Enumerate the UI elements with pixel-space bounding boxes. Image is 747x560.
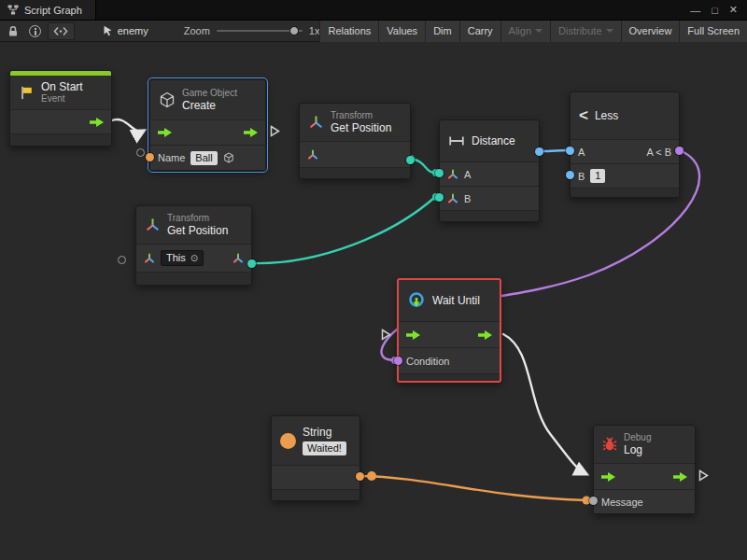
relations-button[interactable]: Relations: [319, 21, 378, 42]
unity-script-graph-window: Script Graph — □ ✕ enemy: [0, 0, 747, 560]
node-title: On Start: [41, 80, 83, 93]
node-wait-until[interactable]: Wait Until Condition: [397, 278, 501, 383]
node-title: Wait Until: [432, 294, 480, 307]
node-header: Game Object Create: [150, 80, 265, 119]
input-a-row: A: [440, 161, 539, 186]
node-footer: [272, 489, 359, 500]
node-title: Distance: [472, 134, 515, 147]
node-on-start[interactable]: On Start Event: [9, 70, 112, 147]
message-input-port[interactable]: [589, 497, 598, 505]
wire-start-to-create[interactable]: [112, 119, 144, 132]
button-label: Values: [387, 25, 417, 36]
game-object-type-icon: [223, 152, 234, 163]
node-footer: [136, 272, 251, 285]
node-footer: [300, 167, 410, 178]
graph-target[interactable]: enemy: [103, 25, 148, 36]
node-distance[interactable]: Distance A B: [439, 119, 540, 222]
name-field[interactable]: Ball: [190, 151, 217, 165]
carry-button[interactable]: Carry: [459, 21, 500, 42]
distance-output-port[interactable]: [535, 147, 543, 156]
wire-getposition-to-distance-b[interactable]: [252, 197, 435, 263]
graph-target-label: enemy: [118, 25, 148, 36]
port-row: [300, 141, 410, 167]
position-output-port[interactable]: [406, 156, 415, 164]
graph-toolbar: enemy Zoom 1x Relations Values Dim Carry…: [0, 21, 747, 42]
flow-out-port[interactable]: [673, 472, 687, 482]
port-label: Condition: [406, 356, 449, 367]
graph-nav-button[interactable]: [48, 22, 74, 40]
node-category: Transform: [167, 213, 228, 224]
node-create-game-object[interactable]: Game Object Create Name Ball: [149, 79, 266, 171]
zoom-label: Zoom: [184, 25, 210, 36]
flow-port-row: [399, 321, 500, 347]
wait-until-icon: [407, 291, 426, 310]
node-footer: [571, 188, 679, 197]
transform-port-icon: [307, 149, 318, 161]
graph-canvas[interactable]: On Start Event Game Object Create: [0, 42, 747, 560]
input-b-port[interactable]: [566, 171, 574, 179]
chevron-down-icon: [535, 29, 543, 33]
maximize-button[interactable]: □: [712, 5, 718, 16]
flow-out-port[interactable]: [478, 330, 492, 340]
node-string-literal[interactable]: String Waited!: [271, 415, 360, 501]
result-output-port[interactable]: [675, 147, 684, 155]
position-output-port[interactable]: [247, 259, 256, 268]
flow-out-port[interactable]: [244, 128, 258, 137]
button-label: Dim: [433, 25, 452, 36]
name-input-row: Name Ball: [150, 145, 265, 170]
unconnected-port-ring: [118, 256, 126, 264]
inspect-button[interactable]: [26, 22, 43, 40]
zoom-slider-knob[interactable]: [289, 26, 299, 35]
flow-in-port[interactable]: [406, 330, 420, 340]
string-value-field[interactable]: Waited!: [303, 441, 346, 455]
wire-distance-to-less[interactable]: [540, 150, 568, 151]
result-label: A < B: [646, 147, 671, 158]
flow-port-row: [594, 463, 695, 489]
input-a-port[interactable]: [566, 147, 574, 155]
vector-type-icon: [233, 253, 244, 264]
cursor-icon: [103, 25, 113, 36]
tab-script-graph[interactable]: Script Graph: [0, 0, 96, 20]
input-b-port[interactable]: [435, 193, 444, 202]
name-input-port[interactable]: [146, 153, 154, 161]
node-header: Transform Get Position: [300, 104, 410, 141]
flow-port-row: [10, 109, 111, 133]
port-label: Message: [601, 497, 643, 508]
node-header: Transform Get Position: [136, 206, 251, 244]
align-button[interactable]: Align: [500, 21, 550, 42]
node-header: < Less: [571, 92, 679, 139]
values-button[interactable]: Values: [378, 21, 425, 42]
target-object-field[interactable]: This ⊙: [161, 250, 204, 266]
node-less[interactable]: < Less A A < B B 1: [570, 91, 680, 198]
node-debug-log[interactable]: Debug Log Message: [593, 425, 696, 514]
tab-title: Script Graph: [24, 5, 82, 16]
string-output-port[interactable]: [356, 472, 364, 481]
node-footer: [10, 133, 111, 146]
dim-button[interactable]: Dim: [425, 21, 459, 42]
node-get-position-top[interactable]: Transform Get Position: [299, 103, 411, 179]
cube-icon: [159, 91, 176, 108]
condition-input-port[interactable]: [394, 357, 402, 365]
flow-out-port[interactable]: [90, 118, 104, 127]
full-screen-button[interactable]: Full Screen: [679, 21, 747, 42]
b-value-field[interactable]: 1: [590, 169, 605, 183]
flow-in-port[interactable]: [601, 472, 615, 482]
wire-wait-to-log[interactable]: [503, 334, 586, 474]
flag-icon: [19, 85, 35, 101]
button-label: Distribute: [558, 25, 601, 36]
flow-in-port[interactable]: [158, 128, 172, 137]
window-controls: — □ ✕: [690, 0, 747, 20]
object-picker-icon[interactable]: ⊙: [190, 252, 198, 264]
distribute-button[interactable]: Distribute: [550, 21, 620, 42]
node-header: String Waited!: [272, 416, 359, 465]
bug-icon: [602, 437, 617, 452]
vector-type-icon: [447, 193, 458, 204]
input-a-port[interactable]: [435, 169, 444, 177]
node-get-position-bottom[interactable]: Transform Get Position This ⊙: [135, 205, 252, 286]
overview-button[interactable]: Overview: [621, 21, 680, 42]
minimize-button[interactable]: —: [690, 5, 700, 16]
lock-button[interactable]: [5, 22, 21, 40]
wire-string-to-log-message[interactable]: [360, 476, 586, 500]
close-button[interactable]: ✕: [729, 4, 738, 16]
zoom-slider[interactable]: [217, 30, 303, 32]
